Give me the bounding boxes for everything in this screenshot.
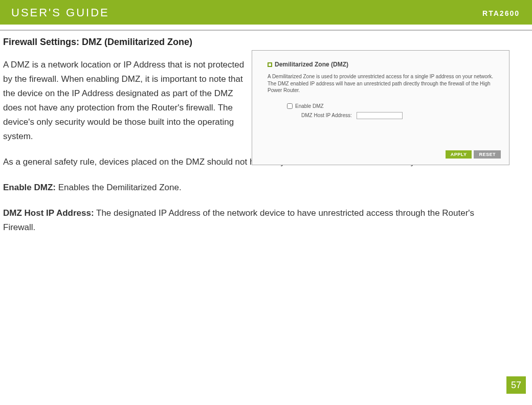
- screenshot-buttons: APPLY RESET: [446, 150, 501, 159]
- dmz-ip-label: DMZ Host IP Address:: [301, 112, 352, 118]
- screenshot-description: A Demilitarized Zone is used to provide …: [252, 70, 509, 98]
- page-number: 57: [506, 376, 526, 394]
- dmz-host-paragraph: DMZ Host IP Address: The designated IP A…: [3, 206, 504, 235]
- apply-button[interactable]: APPLY: [446, 150, 472, 159]
- header-model: RTA2600: [482, 9, 520, 17]
- content-area: Firewall Settings: DMZ (Demilitarized Zo…: [0, 25, 532, 235]
- dmz-ip-input[interactable]: [357, 112, 403, 119]
- screenshot-breadcrumb: Demilitarized Zone (DMZ): [252, 51, 509, 70]
- header-title: USER'S GUIDE: [11, 6, 109, 19]
- enable-dmz-row: Enable DMZ: [287, 103, 509, 109]
- header-bar: USER'S GUIDE RTA2600: [0, 0, 532, 25]
- enable-dmz-label: Enable DMZ: [295, 103, 324, 109]
- intro-paragraph: A DMZ is a network location or IP Addres…: [3, 58, 249, 144]
- section-title: Firewall Settings: DMZ (Demilitarized Zo…: [3, 37, 522, 48]
- breadcrumb-icon: [268, 62, 272, 67]
- enable-dmz-checkbox[interactable]: [287, 103, 293, 109]
- breadcrumb-label: Demilitarized Zone (DMZ): [275, 61, 348, 68]
- enable-dmz-text: Enables the Demilitarized Zone.: [56, 183, 182, 192]
- dmz-host-bold: DMZ Host IP Address:: [3, 208, 94, 218]
- screenshot-controls: Enable DMZ DMZ Host IP Address:: [252, 98, 509, 119]
- router-ui-screenshot: Demilitarized Zone (DMZ) A Demilitarized…: [252, 50, 509, 165]
- enable-dmz-paragraph: Enable DMZ: Enables the Demilitarized Zo…: [3, 181, 504, 195]
- reset-button[interactable]: RESET: [474, 150, 501, 159]
- dmz-ip-row: DMZ Host IP Address:: [287, 112, 509, 119]
- enable-dmz-bold: Enable DMZ:: [3, 183, 56, 192]
